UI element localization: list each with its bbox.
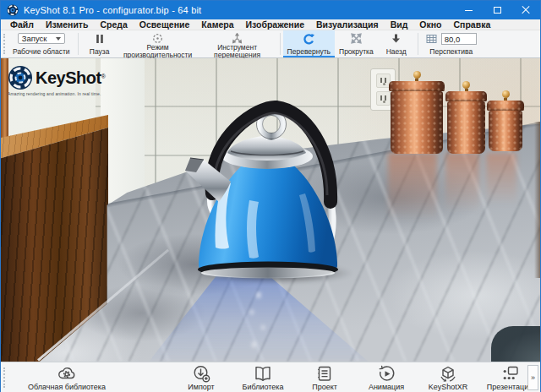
pan-icon [351,33,362,44]
bottombar-drag-handle[interactable] [3,368,5,388]
tumble-button[interactable]: Перевернуть [283,30,335,57]
maximize-button[interactable] [483,1,511,19]
dolly-button[interactable]: Наезд [378,30,415,57]
cloud-library-button[interactable]: Облачная библиотека [9,362,124,392]
close-button[interactable] [511,1,540,19]
watermark-brand: KeyShot [36,68,101,87]
library-icon [253,365,273,382]
menu-view[interactable]: Вид [385,19,414,30]
pause-button[interactable]: Пауза [81,30,118,57]
window-title: KeyShot 8.1 Pro - configurator.bip - 64 … [24,5,454,15]
menu-window[interactable]: Окно [413,19,447,30]
presentation-icon [500,365,520,382]
toolbar-drag-handle[interactable] [3,34,5,54]
menu-environment[interactable]: Среда [94,19,133,30]
menu-edit[interactable]: Изменить [40,19,95,30]
animation-icon [377,365,396,382]
render-viewport[interactable]: KeyShot® Amazing rendering and animation… [1,58,540,362]
keyshot-logo-icon [8,65,33,90]
bottom-toolbar: Облачная библиотека Импорт [1,362,540,392]
toolbar-overflow-button[interactable]: » [527,365,538,390]
scene-blue-kettle [178,90,358,286]
keyshot-watermark: KeyShot® Amazing rendering and animation… [8,65,109,96]
menu-render[interactable]: Визуализация [310,19,385,30]
keyshotxr-button[interactable]: KeyShotXR [418,362,478,392]
toolbar: Запуск Рабочие области Пауза Режим произ… [1,30,540,58]
scene-copper-canister-medium [447,81,485,154]
workspace-label: Рабочие области [13,48,70,56]
import-button[interactable]: Импорт [172,362,231,392]
toolbar-separator [280,33,281,55]
pan-button[interactable]: Прокрутка [335,30,378,57]
import-icon [192,365,211,382]
cloud-library-icon [57,365,77,382]
menu-file[interactable]: Файл [4,19,40,30]
perspective-group: Перспектива [421,30,482,57]
scene-copper-canister-large [391,71,443,154]
menu-lighting[interactable]: Освещение [134,19,196,30]
toolbar-separator [78,33,79,55]
watermark-tagline: Amazing rendering and animation. In real… [8,91,109,96]
maximize-icon [494,7,501,14]
menubar: Файл Изменить Среда Освещение Камера Изо… [1,19,540,30]
minimize-icon [465,10,473,11]
workspace-dropdown-value: Запуск [22,34,47,43]
chevron-down-icon [56,37,61,41]
perspective-label: Перспектива [429,48,473,56]
perspective-input[interactable] [441,33,477,45]
keyshotxr-icon [438,365,458,382]
dolly-icon [391,33,402,44]
scene-dark-corner-object [491,326,540,362]
scene-copper-canister-small [489,90,522,151]
menu-camera[interactable]: Камера [195,19,239,30]
project-icon [315,365,334,382]
workspace-group: Запуск Рабочие области [8,30,75,57]
toolbar-separator [418,33,418,55]
close-icon [522,6,530,14]
scene-right-shadow [534,122,540,278]
move-tool-button[interactable]: Инструмент перемещения [198,30,277,57]
project-button[interactable]: Проект [295,362,354,392]
menu-image[interactable]: Изображение [240,19,310,30]
performance-mode-button[interactable]: Режим производительности [118,30,198,57]
rotate-icon [303,33,314,44]
workspace-dropdown[interactable]: Запуск [18,33,65,44]
library-button[interactable]: Библиотека [233,362,292,392]
menu-help[interactable]: Справка [448,19,497,30]
perspective-grid-icon [426,34,438,44]
keyshot-app-icon [7,4,19,16]
titlebar[interactable]: KeyShot 8.1 Pro - configurator.bip - 64 … [1,1,540,19]
minimize-button[interactable] [454,1,483,19]
scene-copper-reflection [386,153,528,227]
app-window: KeyShot 8.1 Pro - configurator.bip - 64 … [0,0,541,392]
animation-button[interactable]: Анимация [357,362,416,392]
pause-icon [95,33,105,44]
